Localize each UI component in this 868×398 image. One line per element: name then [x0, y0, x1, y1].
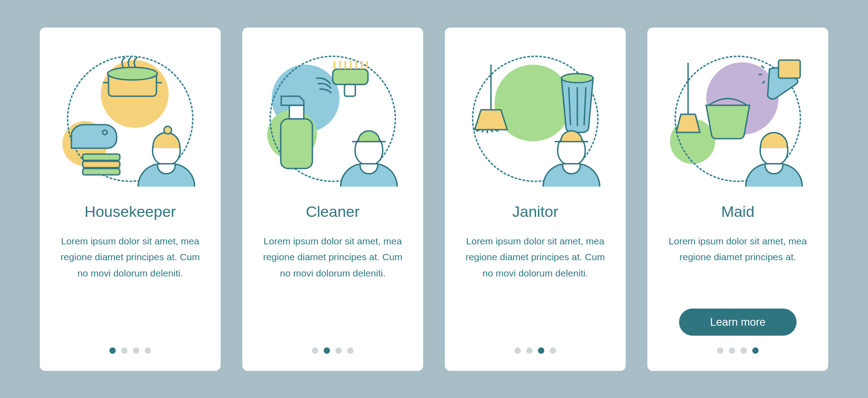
svg-rect-10 [344, 84, 355, 96]
page-indicator [717, 347, 759, 354]
onboarding-card-2: JanitorLorem ipsum dolor sit amet, mea r… [445, 28, 626, 371]
svg-rect-4 [83, 154, 120, 160]
page-dot-1[interactable] [729, 347, 735, 354]
page-dot-0[interactable] [514, 347, 521, 354]
page-dot-1[interactable] [526, 347, 533, 354]
page-dot-1[interactable] [324, 347, 330, 354]
svg-rect-17 [778, 60, 800, 78]
page-dot-3[interactable] [550, 347, 556, 354]
page-dot-1[interactable] [121, 347, 127, 354]
page-dot-2[interactable] [741, 347, 747, 354]
card-title: Cleaner [306, 203, 359, 220]
page-dot-3[interactable] [347, 347, 354, 354]
learn-more-button[interactable]: Learn more [679, 309, 797, 336]
svg-rect-7 [281, 119, 312, 169]
janitor-icon [463, 51, 608, 187]
card-description: Lorem ipsum dolor sit amet, mea regione … [58, 233, 203, 281]
card-description: Lorem ipsum dolor sit amet, mea regione … [665, 233, 810, 265]
page-dot-0[interactable] [109, 347, 116, 354]
card-title: Janitor [512, 203, 558, 220]
cleaner-icon [260, 51, 405, 187]
svg-rect-5 [83, 161, 120, 168]
svg-point-0 [108, 67, 157, 80]
page-dot-2[interactable] [133, 347, 139, 354]
card-description: Lorem ipsum dolor sit amet, mea regione … [463, 233, 608, 281]
page-dot-2[interactable] [335, 347, 342, 354]
page-indicator [312, 347, 354, 354]
page-dot-0[interactable] [312, 347, 318, 354]
page-dot-2[interactable] [538, 347, 544, 354]
card-title: Housekeeper [85, 203, 176, 220]
onboarding-card-0: HousekeeperLorem ipsum dolor sit amet, m… [40, 28, 221, 371]
svg-point-12 [561, 74, 593, 83]
maid-icon [665, 51, 810, 187]
card-title: Maid [721, 203, 755, 220]
page-dot-3[interactable] [752, 347, 759, 354]
onboarding-card-3: MaidLorem ipsum dolor sit amet, mea regi… [647, 28, 828, 371]
svg-rect-9 [333, 69, 368, 84]
housekeeper-icon [58, 51, 203, 187]
onboarding-card-1: CleanerLorem ipsum dolor sit amet, mea r… [242, 28, 423, 371]
svg-rect-8 [289, 105, 304, 119]
page-dot-0[interactable] [717, 347, 723, 354]
svg-rect-6 [83, 169, 120, 175]
page-indicator [514, 347, 556, 354]
page-indicator [109, 347, 151, 354]
page-dot-3[interactable] [145, 347, 151, 354]
card-description: Lorem ipsum dolor sit amet, mea regione … [260, 233, 405, 281]
